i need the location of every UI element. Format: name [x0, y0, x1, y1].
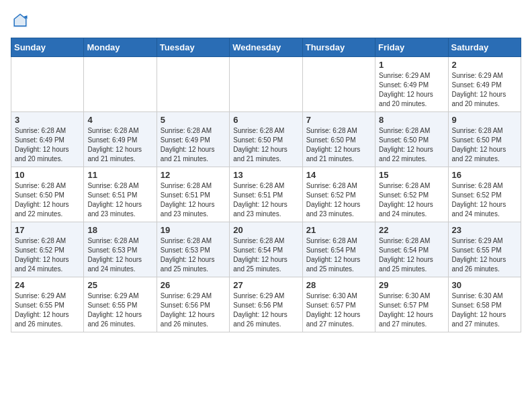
day-info: Sunrise: 6:28 AM Sunset: 6:54 PM Dayligh…	[306, 236, 371, 274]
calendar-cell	[230, 57, 302, 112]
calendar-week-row: 1Sunrise: 6:29 AM Sunset: 6:49 PM Daylig…	[11, 57, 521, 112]
day-number: 8	[379, 115, 444, 125]
calendar-cell: 28Sunrise: 6:30 AM Sunset: 6:57 PM Dayli…	[302, 277, 375, 332]
day-number: 22	[379, 225, 444, 235]
day-info: Sunrise: 6:28 AM Sunset: 6:49 PM Dayligh…	[161, 126, 226, 164]
calendar-week-row: 24Sunrise: 6:29 AM Sunset: 6:55 PM Dayli…	[11, 277, 521, 332]
calendar-cell: 26Sunrise: 6:29 AM Sunset: 6:56 PM Dayli…	[157, 277, 229, 332]
day-number: 2	[452, 60, 517, 70]
day-number: 5	[161, 115, 226, 125]
calendar-cell: 21Sunrise: 6:28 AM Sunset: 6:54 PM Dayli…	[302, 222, 375, 277]
day-header-thursday: Thursday	[302, 38, 375, 57]
day-info: Sunrise: 6:29 AM Sunset: 6:55 PM Dayligh…	[452, 236, 517, 274]
day-info: Sunrise: 6:28 AM Sunset: 6:52 PM Dayligh…	[15, 236, 80, 274]
day-info: Sunrise: 6:28 AM Sunset: 6:52 PM Dayligh…	[306, 181, 371, 219]
calendar-cell: 27Sunrise: 6:29 AM Sunset: 6:56 PM Dayli…	[230, 277, 302, 332]
day-info: Sunrise: 6:29 AM Sunset: 6:49 PM Dayligh…	[379, 71, 444, 109]
day-number: 16	[452, 170, 517, 180]
calendar-cell: 22Sunrise: 6:28 AM Sunset: 6:54 PM Dayli…	[375, 222, 448, 277]
day-number: 13	[233, 170, 298, 180]
day-number: 15	[379, 170, 444, 180]
day-info: Sunrise: 6:28 AM Sunset: 6:52 PM Dayligh…	[452, 181, 517, 219]
day-info: Sunrise: 6:29 AM Sunset: 6:55 PM Dayligh…	[15, 291, 80, 329]
day-number: 1	[379, 60, 444, 70]
day-info: Sunrise: 6:28 AM Sunset: 6:53 PM Dayligh…	[161, 236, 226, 274]
day-info: Sunrise: 6:30 AM Sunset: 6:57 PM Dayligh…	[379, 291, 444, 329]
calendar-cell: 8Sunrise: 6:28 AM Sunset: 6:50 PM Daylig…	[375, 112, 448, 167]
day-info: Sunrise: 6:29 AM Sunset: 6:56 PM Dayligh…	[161, 291, 226, 329]
day-header-monday: Monday	[84, 38, 157, 57]
day-info: Sunrise: 6:28 AM Sunset: 6:49 PM Dayligh…	[15, 126, 80, 164]
calendar-cell	[157, 57, 229, 112]
calendar-cell: 19Sunrise: 6:28 AM Sunset: 6:53 PM Dayli…	[157, 222, 229, 277]
day-info: Sunrise: 6:28 AM Sunset: 6:54 PM Dayligh…	[379, 236, 444, 274]
calendar-cell: 15Sunrise: 6:28 AM Sunset: 6:52 PM Dayli…	[375, 167, 448, 222]
day-info: Sunrise: 6:30 AM Sunset: 6:57 PM Dayligh…	[306, 291, 371, 329]
day-number: 26	[161, 280, 226, 290]
day-info: Sunrise: 6:28 AM Sunset: 6:50 PM Dayligh…	[233, 126, 298, 164]
day-info: Sunrise: 6:28 AM Sunset: 6:51 PM Dayligh…	[161, 181, 226, 219]
calendar-cell: 24Sunrise: 6:29 AM Sunset: 6:55 PM Dayli…	[11, 277, 84, 332]
day-number: 11	[87, 170, 152, 180]
day-header-wednesday: Wednesday	[230, 38, 302, 57]
day-number: 14	[306, 170, 371, 180]
day-info: Sunrise: 6:29 AM Sunset: 6:56 PM Dayligh…	[233, 291, 298, 329]
day-number: 4	[87, 115, 152, 125]
calendar-cell: 23Sunrise: 6:29 AM Sunset: 6:55 PM Dayli…	[448, 222, 521, 277]
day-number: 30	[452, 280, 517, 290]
day-number: 10	[15, 170, 80, 180]
day-info: Sunrise: 6:28 AM Sunset: 6:51 PM Dayligh…	[233, 181, 298, 219]
logo-icon	[11, 11, 30, 30]
day-number: 25	[87, 280, 152, 290]
day-number: 3	[15, 115, 80, 125]
calendar-week-row: 3Sunrise: 6:28 AM Sunset: 6:49 PM Daylig…	[11, 112, 521, 167]
calendar-week-row: 17Sunrise: 6:28 AM Sunset: 6:52 PM Dayli…	[11, 222, 521, 277]
calendar-cell: 11Sunrise: 6:28 AM Sunset: 6:51 PM Dayli…	[84, 167, 157, 222]
calendar-cell	[84, 57, 157, 112]
day-info: Sunrise: 6:28 AM Sunset: 6:52 PM Dayligh…	[379, 181, 444, 219]
logo	[11, 11, 32, 30]
day-number: 9	[452, 115, 517, 125]
svg-marker-0	[13, 13, 28, 28]
calendar-cell: 25Sunrise: 6:29 AM Sunset: 6:55 PM Dayli…	[84, 277, 157, 332]
calendar-cell: 5Sunrise: 6:28 AM Sunset: 6:49 PM Daylig…	[157, 112, 229, 167]
day-header-friday: Friday	[375, 38, 448, 57]
calendar-cell	[302, 57, 375, 112]
calendar-cell: 17Sunrise: 6:28 AM Sunset: 6:52 PM Dayli…	[11, 222, 84, 277]
calendar-cell: 10Sunrise: 6:28 AM Sunset: 6:50 PM Dayli…	[11, 167, 84, 222]
calendar-header-row: SundayMondayTuesdayWednesdayThursdayFrid…	[11, 38, 521, 57]
calendar-cell: 20Sunrise: 6:28 AM Sunset: 6:54 PM Dayli…	[230, 222, 302, 277]
day-number: 21	[306, 225, 371, 235]
day-info: Sunrise: 6:28 AM Sunset: 6:50 PM Dayligh…	[306, 126, 371, 164]
calendar-cell: 9Sunrise: 6:28 AM Sunset: 6:50 PM Daylig…	[448, 112, 521, 167]
day-info: Sunrise: 6:29 AM Sunset: 6:55 PM Dayligh…	[87, 291, 152, 329]
calendar-cell: 14Sunrise: 6:28 AM Sunset: 6:52 PM Dayli…	[302, 167, 375, 222]
day-info: Sunrise: 6:28 AM Sunset: 6:54 PM Dayligh…	[233, 236, 298, 274]
day-number: 18	[87, 225, 152, 235]
calendar-cell	[11, 57, 84, 112]
day-header-tuesday: Tuesday	[157, 38, 229, 57]
day-info: Sunrise: 6:28 AM Sunset: 6:50 PM Dayligh…	[15, 181, 80, 219]
calendar-cell: 29Sunrise: 6:30 AM Sunset: 6:57 PM Dayli…	[375, 277, 448, 332]
calendar-cell: 1Sunrise: 6:29 AM Sunset: 6:49 PM Daylig…	[375, 57, 448, 112]
day-info: Sunrise: 6:28 AM Sunset: 6:51 PM Dayligh…	[87, 181, 152, 219]
day-number: 29	[379, 280, 444, 290]
calendar-week-row: 10Sunrise: 6:28 AM Sunset: 6:50 PM Dayli…	[11, 167, 521, 222]
day-number: 28	[306, 280, 371, 290]
day-number: 19	[161, 225, 226, 235]
page-header	[11, 11, 521, 30]
day-info: Sunrise: 6:28 AM Sunset: 6:49 PM Dayligh…	[87, 126, 152, 164]
calendar-cell: 12Sunrise: 6:28 AM Sunset: 6:51 PM Dayli…	[157, 167, 229, 222]
calendar-cell: 3Sunrise: 6:28 AM Sunset: 6:49 PM Daylig…	[11, 112, 84, 167]
day-number: 7	[306, 115, 371, 125]
calendar-table: SundayMondayTuesdayWednesdayThursdayFrid…	[11, 38, 521, 332]
day-info: Sunrise: 6:28 AM Sunset: 6:50 PM Dayligh…	[379, 126, 444, 164]
day-number: 27	[233, 280, 298, 290]
day-info: Sunrise: 6:28 AM Sunset: 6:53 PM Dayligh…	[87, 236, 152, 274]
day-number: 20	[233, 225, 298, 235]
calendar-cell: 13Sunrise: 6:28 AM Sunset: 6:51 PM Dayli…	[230, 167, 302, 222]
calendar-cell: 7Sunrise: 6:28 AM Sunset: 6:50 PM Daylig…	[302, 112, 375, 167]
day-number: 12	[161, 170, 226, 180]
day-header-saturday: Saturday	[448, 38, 521, 57]
day-number: 23	[452, 225, 517, 235]
